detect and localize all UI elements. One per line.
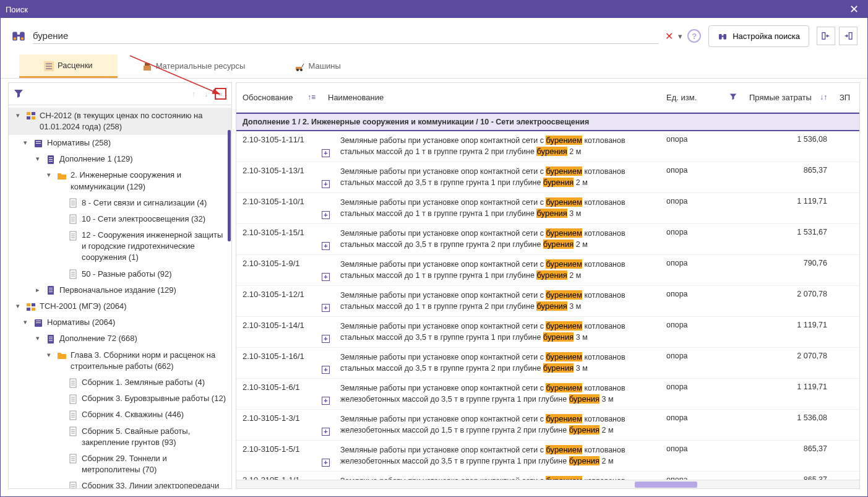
tree-node[interactable]: Сборник 4. Скважины (446) <box>9 407 231 423</box>
tree-toggle-icon[interactable]: ▾ <box>33 155 42 163</box>
tree-node[interactable]: 10 - Сети электроосвещения (32) <box>9 211 231 227</box>
expand-icon[interactable]: + <box>322 335 330 343</box>
sort-cost-icon[interactable]: ↓↑ <box>820 93 827 102</box>
tab-rates[interactable]: Расценки <box>19 54 118 78</box>
tree-node[interactable]: Сборник 1. Земляные работы (4) <box>9 374 231 391</box>
tree-toggle-icon[interactable]: ▾ <box>21 139 30 147</box>
expand-icon[interactable]: + <box>322 304 330 312</box>
tab-machines[interactable]: Машины <box>270 54 365 78</box>
tree-toggle-icon[interactable]: ▾ <box>45 171 53 179</box>
table-row[interactable]: 2.10-3105-1-14/1+Земляные работы при уст… <box>236 317 859 348</box>
col-unit[interactable]: Ед. изм. <box>660 88 743 107</box>
close-icon[interactable]: ✕ <box>846 2 862 16</box>
table-row[interactable]: 2.10-3105-1-6/1+Земляные работы при уста… <box>236 379 859 410</box>
help-icon[interactable]: ? <box>687 29 701 43</box>
name-cell: Земляные работы при установке опор конта… <box>334 319 660 345</box>
unit-cell: опора <box>660 319 743 345</box>
col-cost[interactable]: Прямые затраты ↓↑ <box>743 88 833 107</box>
table-row[interactable]: 2.10-3105-1-3/1+Земляные работы при уста… <box>236 410 859 441</box>
expand-icon[interactable]: + <box>322 180 330 188</box>
svg-point-3 <box>14 37 16 40</box>
svg-point-4 <box>21 37 24 40</box>
tree-node[interactable]: Сборник 5. Свайные работы, закрепление г… <box>9 423 231 451</box>
dropdown-icon[interactable]: ▾ <box>678 32 682 41</box>
expand-icon[interactable]: + <box>322 273 330 281</box>
tree-node[interactable]: Сборник 29. Тоннели и метрополитены (70) <box>9 451 231 478</box>
zp-cell <box>833 226 859 253</box>
table-row[interactable]: 2.10-3105-1-5/1+Земляные работы при уста… <box>236 441 859 472</box>
tree-label: Сборник 3. Буровзрывные работы (12) <box>82 393 226 404</box>
horizontal-scrollbar[interactable] <box>236 480 859 488</box>
svg-point-17 <box>296 69 299 71</box>
tree-node[interactable]: Сборник 3. Буровзрывные работы (12) <box>9 391 231 407</box>
tree-node[interactable]: ▾ТСН-2001 (МГЭ) (2064) <box>9 298 231 314</box>
insert-left-button[interactable] <box>817 27 835 45</box>
expand-icon[interactable]: + <box>322 459 330 467</box>
expand-icon[interactable]: + <box>322 149 330 157</box>
name-cell: Земляные работы при установке опор конта… <box>334 350 660 376</box>
tree-node[interactable]: Сборник 33. Линии электропередачи <box>9 478 231 488</box>
tab-materials[interactable]: Материальные ресурсы <box>118 54 270 78</box>
tree[interactable]: ▾СН-2012 (в текущих ценах по состоянию н… <box>9 105 231 488</box>
tree-node[interactable]: ▾СН-2012 (в текущих ценах по состоянию н… <box>9 108 231 135</box>
tree-label: 8 - Сети связи и сигнализации (4) <box>82 197 226 209</box>
tree-node[interactable]: ▾Глава 3. Сборники норм и расценок на ст… <box>9 347 231 374</box>
tree-toggle-icon[interactable]: ▸ <box>33 286 42 294</box>
tree-label: СН-2012 (в текущих ценах по состоянию на… <box>40 110 226 132</box>
tree-toggle-icon[interactable]: ▾ <box>21 318 30 326</box>
tree-node[interactable]: ▾2. Инженерные сооружения и коммуникации… <box>9 167 231 194</box>
zp-cell <box>833 473 859 480</box>
expand-icon[interactable]: + <box>322 242 330 250</box>
tree-node[interactable]: ▾Нормативы (258) <box>9 135 231 151</box>
table-row[interactable]: 2.10-3105-1-12/1+Земляные работы при уст… <box>236 286 859 317</box>
expand-icon[interactable]: + <box>322 366 330 374</box>
cost-cell: 1 119,71 <box>743 319 833 345</box>
filter-icon[interactable] <box>14 89 24 99</box>
tree-node[interactable]: ▾Нормативы (2064) <box>9 314 231 331</box>
tree-node[interactable]: 50 - Разные работы (92) <box>9 266 231 282</box>
table-row[interactable]: 2.10-3105-1-15/1+Земляные работы при уст… <box>236 224 859 255</box>
hscroll-thumb[interactable] <box>635 482 697 488</box>
nav-up-icon[interactable]: ↑ <box>189 89 199 98</box>
table-row[interactable]: 2.10-3105-1-9/1+Земляные работы при уста… <box>236 255 859 286</box>
table-row[interactable]: 2.10-3105-1-11/1+Земляные работы при уст… <box>236 131 859 162</box>
tree-label: 2. Инженерные сооружения и коммуникации … <box>71 170 226 192</box>
cost-cell: 790,76 <box>743 257 833 283</box>
filter-column-icon[interactable] <box>729 93 737 102</box>
cost-cell: 1 119,71 <box>743 195 833 222</box>
table-row[interactable]: 2.10-3105-1-1/1+Земляные работы при уста… <box>236 472 859 480</box>
tree-toggle-icon[interactable]: ▾ <box>45 351 53 359</box>
tree-label: Дополнение 1 (129) <box>59 153 226 165</box>
grid-body[interactable]: 2.10-3105-1-11/1+Земляные работы при уст… <box>236 131 859 480</box>
tree-node[interactable]: ▸Первоначальное издание (129) <box>9 282 231 298</box>
col-name[interactable]: Наименование <box>322 88 660 107</box>
col-code[interactable]: Обоснование ↑≡ <box>236 88 322 107</box>
db-icon <box>26 301 36 311</box>
sort-icon[interactable]: ↑≡ <box>307 93 316 102</box>
clear-search-icon[interactable]: ✕ <box>665 30 673 42</box>
table-row[interactable]: 2.10-3105-1-10/1+Земляные работы при уст… <box>236 193 859 224</box>
tree-node[interactable]: 12 - Сооружения инженерной защиты и горо… <box>9 227 231 266</box>
collapse-sidebar-button[interactable]: « <box>215 88 226 100</box>
expand-icon[interactable]: + <box>322 428 330 436</box>
insert-right-button[interactable] <box>839 27 857 45</box>
expand-icon[interactable]: + <box>322 397 330 405</box>
nav-down-icon[interactable]: ↓ <box>202 89 211 98</box>
name-cell: Земляные работы при установке опор конта… <box>334 412 660 438</box>
svg-point-18 <box>300 69 303 71</box>
col-zp[interactable]: ЗП <box>833 88 859 107</box>
tree-node[interactable]: ▾Дополнение 1 (129) <box>9 151 231 167</box>
expand-icon[interactable]: + <box>322 211 330 219</box>
svg-rect-59 <box>49 339 53 339</box>
search-settings-button[interactable]: Настройка поиска <box>708 25 809 47</box>
titlebar: Поиск ✕ <box>1 1 867 18</box>
tree-toggle-icon[interactable]: ▾ <box>33 334 42 342</box>
tree-node[interactable]: ▾Дополнение 72 (668) <box>9 331 231 347</box>
search-input[interactable] <box>33 28 659 44</box>
tree-toggle-icon[interactable]: ▾ <box>14 111 22 119</box>
tree-node[interactable]: 8 - Сети связи и сигнализации (4) <box>9 195 231 211</box>
tree-toggle-icon[interactable]: ▾ <box>14 302 22 310</box>
table-row[interactable]: 2.10-3105-1-13/1+Земляные работы при уст… <box>236 162 859 193</box>
scrollbar-thumb[interactable] <box>228 130 231 241</box>
table-row[interactable]: 2.10-3105-1-16/1+Земляные работы при уст… <box>236 348 859 379</box>
